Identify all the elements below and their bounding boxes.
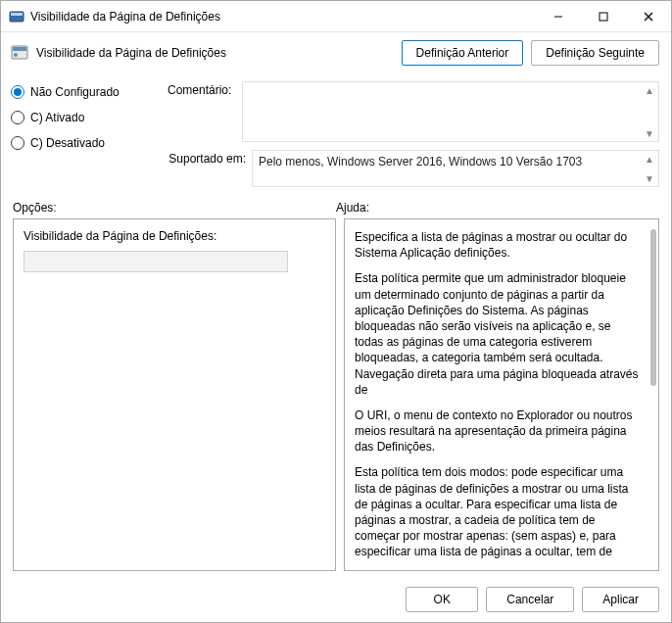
maximize-button[interactable] — [581, 1, 626, 31]
svg-rect-1 — [11, 13, 23, 16]
fields-column: Comentário: ▲ ▼ Suportado em: Pelo menos… — [168, 81, 659, 187]
titlebar: Visibilidade da Página de Definições — [1, 1, 671, 32]
scroll-up-icon[interactable]: ▲ — [644, 153, 655, 165]
config-area: Não Configurado C) Ativado C) Desativado… — [1, 75, 671, 195]
footer: OK Cancelar Aplicar — [1, 579, 671, 622]
options-heading: Opções: — [13, 201, 336, 215]
radio-indicator-icon — [11, 111, 24, 124]
comment-row: Comentário: ▲ ▼ — [168, 81, 659, 142]
svg-rect-3 — [600, 13, 607, 21]
radio-enabled[interactable]: C) Ativado — [11, 111, 158, 124]
radio-label: C) Ativado — [30, 111, 84, 124]
header-row: Visibilidade da Página de Definições Def… — [1, 32, 671, 75]
radio-indicator-icon — [11, 85, 24, 99]
radio-label: Não Configurado — [30, 85, 120, 99]
dialog-window: Visibilidade da Página de Definições Vis… — [0, 0, 672, 623]
policy-icon — [11, 44, 28, 62]
app-icon — [9, 9, 24, 24]
help-paragraph: Esta política permite que um administrad… — [355, 270, 643, 398]
supported-row: Suportado em: Pelo menos, Windows Server… — [168, 150, 659, 187]
help-heading: Ajuda: — [336, 201, 369, 215]
svg-point-8 — [14, 53, 18, 57]
comment-textarea[interactable]: ▲ ▼ — [242, 81, 659, 142]
help-paragraph: O URI, o menu de contexto no Explorador … — [355, 407, 643, 455]
supported-on-text: Pelo menos, Windows Server 2016, Windows… — [259, 155, 582, 168]
scroll-down-icon[interactable]: ▼ — [644, 172, 655, 184]
previous-setting-button[interactable]: Definição Anterior — [402, 40, 524, 66]
radio-not-configured[interactable]: Não Configurado — [11, 85, 158, 99]
help-paragraph: Esta política tem dois modos: pode espec… — [355, 464, 643, 560]
panels: Visibilidade da Página de Definições: Es… — [1, 216, 671, 579]
options-field-label: Visibilidade da Página de Definições: — [24, 229, 325, 243]
supported-label: Suportado em: — [168, 150, 248, 166]
next-setting-button[interactable]: Definição Seguinte — [531, 40, 659, 66]
cancel-button[interactable]: Cancelar — [486, 587, 574, 612]
comment-label: Comentário: — [168, 81, 238, 97]
svg-rect-7 — [13, 47, 26, 51]
supported-on-box: Pelo menos, Windows Server 2016, Windows… — [252, 150, 659, 187]
header-title: Visibilidade da Página de Definições — [36, 46, 394, 60]
window-controls — [536, 1, 671, 31]
help-text: Especifica a lista de páginas a mostrar … — [355, 229, 648, 560]
section-labels: Opções: Ajuda: — [1, 195, 671, 216]
window-title: Visibilidade da Página de Definições — [30, 10, 536, 24]
close-button[interactable] — [626, 1, 671, 31]
state-radio-group: Não Configurado C) Ativado C) Desativado — [11, 81, 158, 187]
radio-label: C) Desativado — [30, 136, 105, 150]
minimize-button[interactable] — [536, 1, 581, 31]
radio-indicator-icon — [11, 136, 24, 150]
help-panel: Especifica a lista de páginas a mostrar … — [344, 218, 659, 571]
ok-button[interactable]: OK — [406, 587, 478, 612]
options-input[interactable] — [24, 251, 288, 272]
options-panel: Visibilidade da Página de Definições: — [13, 218, 336, 571]
radio-disabled[interactable]: C) Desativado — [11, 136, 158, 150]
scroll-down-icon[interactable]: ▼ — [644, 127, 655, 139]
help-paragraph: Especifica a lista de páginas a mostrar … — [355, 229, 643, 261]
apply-button[interactable]: Aplicar — [582, 587, 659, 612]
scroll-up-icon[interactable]: ▲ — [644, 84, 655, 96]
scrollbar-thumb[interactable] — [650, 229, 656, 386]
